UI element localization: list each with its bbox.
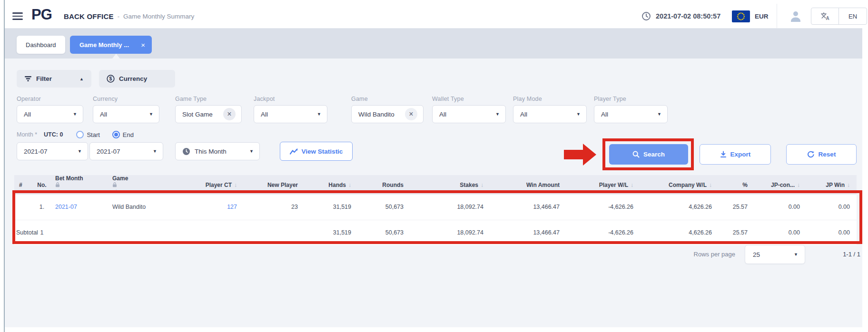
col-header-player-ct[interactable]: Player CT↓ [187, 175, 244, 195]
hamburger-menu-icon[interactable] [12, 12, 23, 20]
currency-select[interactable]: All ▼ [93, 105, 159, 123]
currency-code[interactable]: EUR [755, 4, 769, 29]
translate-icon[interactable]: A [811, 8, 839, 24]
rows-per-page-select[interactable]: 25 ▼ [745, 245, 805, 264]
col-header-jp-win[interactable]: JP Win↓ [807, 175, 857, 195]
subtotal-hands-cell: 31,519 [305, 220, 358, 245]
jp-win-cell: 0.00 [807, 195, 857, 220]
wallet-type-select[interactable]: All ▼ [432, 105, 506, 123]
clear-game-type-icon[interactable]: × [223, 108, 236, 120]
player-ct-link[interactable]: 127 [187, 195, 244, 220]
end-month-select[interactable]: 2021-07 ▼ [89, 142, 163, 160]
col-header-jp-con[interactable]: JP-con...↓ [754, 175, 807, 195]
game-select[interactable]: Wild Bandito × [351, 105, 424, 123]
sort-down-icon[interactable]: ↓ [709, 182, 712, 188]
filter-toggle-button[interactable]: Filter ▲ [17, 70, 91, 88]
col-header-index: # [14, 175, 30, 195]
chevron-down-icon: ▼ [794, 252, 798, 257]
subtotal-label-cell: Subtotal [14, 220, 30, 245]
eu-flag-icon[interactable] [732, 10, 750, 22]
server-datetime: 2021-07-02 08:50:57 [656, 4, 720, 29]
sort-down-icon[interactable]: ↓ [847, 182, 850, 188]
subtotal-new-player-cell [244, 220, 305, 245]
chevron-down-icon: ▼ [149, 112, 153, 117]
tab-dashboard[interactable]: Dashboard [17, 36, 65, 54]
download-icon [720, 151, 727, 158]
clear-game-icon[interactable]: × [405, 108, 417, 120]
tab-dashboard-label: Dashboard [26, 41, 56, 49]
play-mode-select[interactable]: All ▼ [513, 105, 587, 123]
search-icon [632, 151, 640, 158]
subtotal-jp-con-cell: 0.00 [754, 220, 807, 245]
sort-down-icon[interactable]: ↓ [115, 187, 118, 194]
start-radio[interactable] [76, 131, 84, 138]
quick-range-select[interactable]: This Month ▼ [175, 142, 260, 160]
col-header-bet-month[interactable]: Bet Month↓ [53, 175, 110, 195]
rows-per-page-label: Rows per page [664, 251, 735, 258]
filter-funnel-icon [24, 76, 32, 82]
player-type-select[interactable]: All ▼ [594, 105, 668, 123]
sort-down-icon[interactable]: ↓ [481, 182, 483, 188]
sort-down-icon[interactable]: ↓ [797, 182, 800, 188]
table-row: 1. 2021-07 Wild Bandito 127 23 31,519 50… [14, 195, 857, 220]
export-button[interactable]: Export [700, 144, 771, 165]
col-header-stakes[interactable]: Stakes↓ [410, 175, 490, 195]
col-header-hands[interactable]: Hands↓ [305, 175, 358, 195]
col-header-game[interactable]: Game↓ [110, 175, 187, 195]
tab-strip: Dashboard Game Monthly ... × [5, 29, 862, 59]
col-header-win-amount: Win Amount [490, 175, 566, 195]
bet-month-link[interactable]: 2021-07 [53, 195, 110, 220]
play-mode-value: All [520, 111, 527, 118]
sort-down-icon[interactable]: ↓ [58, 187, 60, 194]
tab-close-icon[interactable]: × [141, 41, 145, 49]
start-month-value: 2021-07 [24, 148, 48, 155]
jackpot-select[interactable]: All ▼ [254, 105, 327, 123]
chevron-down-icon: ▼ [657, 112, 661, 117]
jackpot-value: All [261, 111, 268, 118]
tab-game-monthly-summary[interactable]: Game Monthly ... × [70, 36, 152, 54]
clock-icon [641, 11, 651, 21]
end-month-value: 2021-07 [97, 148, 120, 155]
sort-down-icon[interactable]: ↓ [348, 182, 351, 188]
end-radio[interactable] [112, 131, 120, 138]
subtotal-stakes-cell: 18,092.74 [410, 220, 490, 245]
search-button[interactable]: Search [609, 144, 688, 165]
hands-cell: 31,519 [305, 195, 358, 220]
sort-down-icon[interactable]: ↓ [234, 182, 237, 188]
currency-toggle-button[interactable]: $ Currency [99, 70, 175, 88]
month-filter-row: Month * UTC: 0 Start End [17, 130, 134, 139]
col-header-no: No. [30, 175, 53, 195]
pagination-range: 1-1 / 1 [819, 251, 860, 258]
user-avatar-icon[interactable] [789, 10, 802, 22]
col-header-player-wl[interactable]: Player W/L↓ [566, 175, 640, 195]
month-label: Month * [17, 131, 37, 138]
player-wl-cell: -4,626.26 [566, 195, 640, 220]
chevron-down-icon: ▼ [153, 149, 157, 154]
subtotal-player-wl-cell: -4,626.26 [566, 220, 640, 245]
game-type-select[interactable]: Slot Game × [175, 105, 242, 123]
topbar-divider [777, 4, 777, 29]
jp-con-cell: 0.00 [754, 195, 807, 220]
view-statistic-button[interactable]: View Statistic [280, 142, 353, 161]
operator-select[interactable]: All ▼ [17, 105, 83, 123]
col-header-company-wl[interactable]: Company W/L↓ [640, 175, 719, 195]
game-value: Wild Bandito [358, 111, 395, 118]
language-code[interactable]: EN [839, 8, 867, 24]
subtotal-win-amount-cell: 13,466.47 [490, 220, 566, 245]
start-month-select[interactable]: 2021-07 ▼ [17, 142, 88, 160]
clock-filled-icon [182, 147, 190, 156]
svg-text:A: A [826, 16, 829, 21]
chevron-down-icon: ▼ [73, 112, 77, 117]
wallet-type-value: All [439, 111, 446, 118]
app-title: BACK OFFICE [64, 12, 114, 20]
annotation-arrow [564, 144, 597, 166]
chevron-up-icon[interactable]: ▲ [79, 77, 84, 81]
reset-button[interactable]: Reset [786, 144, 857, 165]
top-bar: PG BACK OFFICE - Game Monthly Summary 20… [5, 4, 862, 29]
game-label: Game [351, 96, 368, 102]
main-content: Filter ▲ $ Currency Operator Currency Ga… [5, 59, 862, 327]
breadcrumb: BACK OFFICE - Game Monthly Summary [64, 4, 194, 29]
chevron-down-icon: ▼ [495, 112, 500, 117]
sort-down-icon[interactable]: ↓ [631, 182, 633, 188]
language-switcher[interactable]: A EN [811, 8, 867, 25]
